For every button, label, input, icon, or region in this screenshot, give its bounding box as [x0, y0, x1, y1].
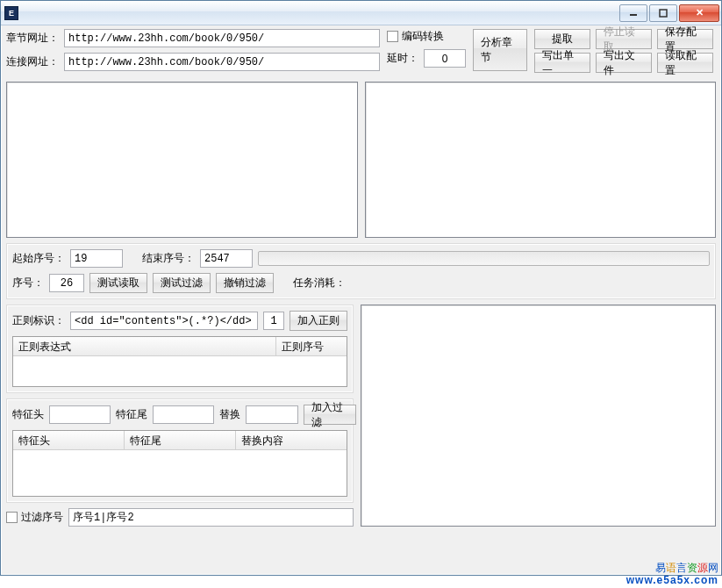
seq-input[interactable]: [49, 274, 84, 292]
start-seq-input[interactable]: [70, 249, 123, 268]
regex-col-expr: 正则表达式: [13, 337, 276, 355]
write-single-button[interactable]: 写出单一: [534, 53, 590, 73]
top-section: 章节网址： 连接网址： 编码转换 延时：: [6, 29, 716, 76]
end-seq-input[interactable]: [200, 249, 253, 268]
filter-tail-input[interactable]: [153, 405, 214, 424]
start-seq-label: 起始序号：: [12, 251, 65, 266]
filter-head-label: 特征头: [12, 407, 44, 422]
filter-col-replace: 替换内容: [236, 431, 347, 449]
filter-head-input[interactable]: [49, 405, 111, 424]
filter-list-header: 特征头 特征尾 替换内容: [13, 431, 347, 450]
regex-label: 正则标识：: [12, 313, 65, 328]
range-panel: 起始序号： 结束序号： 序号： 测试读取 测试过滤 撤销过滤 任务消耗：: [6, 243, 716, 299]
regex-input[interactable]: [70, 312, 258, 330]
minimize-icon: [629, 9, 638, 18]
task-cost-label: 任务消耗：: [293, 276, 346, 290]
add-regex-button[interactable]: 加入正则: [290, 311, 347, 331]
link-url-label: 连接网址：: [6, 54, 59, 69]
chapter-url-input[interactable]: [64, 29, 380, 47]
filter-seq-checkbox[interactable]: 过滤序号: [6, 510, 63, 525]
mid-area: [6, 82, 716, 238]
filter-list[interactable]: 特征头 特征尾 替换内容: [12, 430, 347, 497]
save-config-button[interactable]: 保存配置: [657, 29, 713, 49]
filter-seq-label: 过滤序号: [21, 510, 63, 525]
output-textarea[interactable]: [361, 305, 716, 527]
titlebar: E ✕: [1, 1, 721, 25]
lower-section: 正则标识： 加入正则 正则表达式 正则序号 特征头: [6, 305, 716, 527]
watermark: 易语言资源网 www.e5a5x.com: [626, 562, 718, 586]
app-window: E ✕ 章节网址： 连接网址：: [0, 0, 722, 576]
analyze-button[interactable]: 分析章节: [473, 29, 527, 71]
seq-label: 序号：: [12, 276, 44, 290]
checkbox-icon: [387, 31, 398, 42]
write-file-button[interactable]: 写出文件: [596, 53, 652, 73]
regex-list[interactable]: 正则表达式 正则序号: [12, 336, 347, 387]
delay-label: 延时：: [387, 51, 418, 66]
checkbox-icon: [6, 512, 18, 523]
filter-seq-input[interactable]: [68, 508, 354, 527]
undo-filter-button[interactable]: 撤销过滤: [216, 273, 274, 293]
close-icon: ✕: [696, 7, 704, 18]
chapter-url-label: 章节网址：: [6, 31, 59, 46]
right-textarea[interactable]: [365, 82, 717, 238]
regex-list-header: 正则表达式 正则序号: [13, 337, 347, 356]
progress-bar: [258, 251, 710, 266]
end-seq-label: 结束序号：: [142, 251, 195, 266]
link-url-input[interactable]: [64, 53, 380, 71]
minimize-button[interactable]: [619, 4, 647, 22]
app-icon: E: [4, 6, 18, 20]
watermark-url: www.e5a5x.com: [626, 574, 718, 586]
close-button[interactable]: ✕: [679, 4, 719, 22]
filter-col-head: 特征头: [13, 431, 125, 449]
svg-rect-1: [660, 10, 667, 17]
test-read-button[interactable]: 测试读取: [89, 273, 147, 293]
regex-num-input[interactable]: [263, 312, 284, 330]
window-buttons: ✕: [619, 4, 721, 22]
filter-col-tail: 特征尾: [125, 431, 236, 449]
left-textarea[interactable]: [6, 82, 358, 238]
right-column: [361, 305, 716, 527]
client-area: 章节网址： 连接网址： 编码转换 延时：: [6, 29, 716, 570]
extract-button[interactable]: 提取: [534, 29, 590, 49]
encode-checkbox[interactable]: 编码转换: [387, 29, 444, 44]
maximize-button[interactable]: [649, 4, 677, 22]
toolbar-grid: 提取 停止读取 保存配置 写出单一 写出文件 读取配置: [534, 29, 713, 76]
filter-panel: 特征头 特征尾 替换 加入过滤 特征头 特征尾 替换内容: [6, 398, 354, 503]
filter-replace-input[interactable]: [246, 405, 298, 424]
stop-read-button[interactable]: 停止读取: [596, 29, 652, 49]
encode-label: 编码转换: [402, 29, 444, 44]
filter-replace-label: 替换: [219, 407, 240, 422]
delay-input[interactable]: [424, 49, 466, 68]
load-config-button[interactable]: 读取配置: [657, 53, 713, 73]
watermark-title: 易语言资源网: [626, 562, 718, 574]
maximize-icon: [659, 9, 668, 18]
test-filter-button[interactable]: 测试过滤: [153, 273, 211, 293]
regex-col-seq: 正则序号: [276, 337, 347, 355]
regex-panel: 正则标识： 加入正则 正则表达式 正则序号: [6, 305, 354, 393]
filter-tail-label: 特征尾: [116, 407, 147, 422]
add-filter-button[interactable]: 加入过滤: [304, 405, 356, 425]
